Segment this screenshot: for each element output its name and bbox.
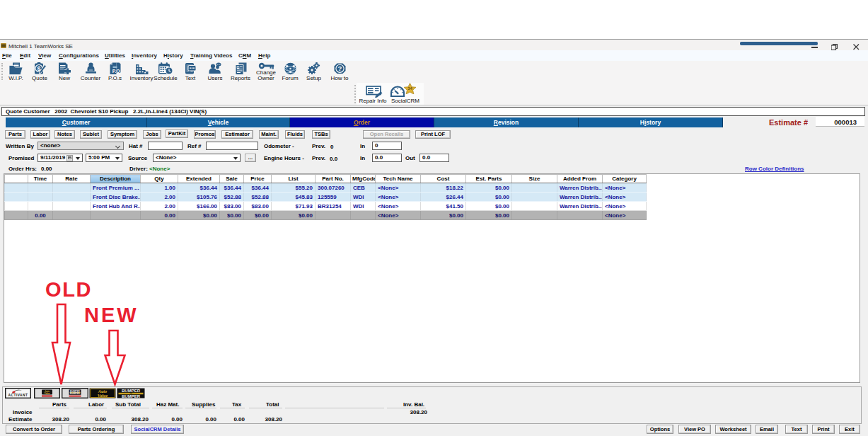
svg-text:NEW: NEW [84, 304, 139, 326]
svg-text:OLD: OLD [45, 278, 92, 301]
